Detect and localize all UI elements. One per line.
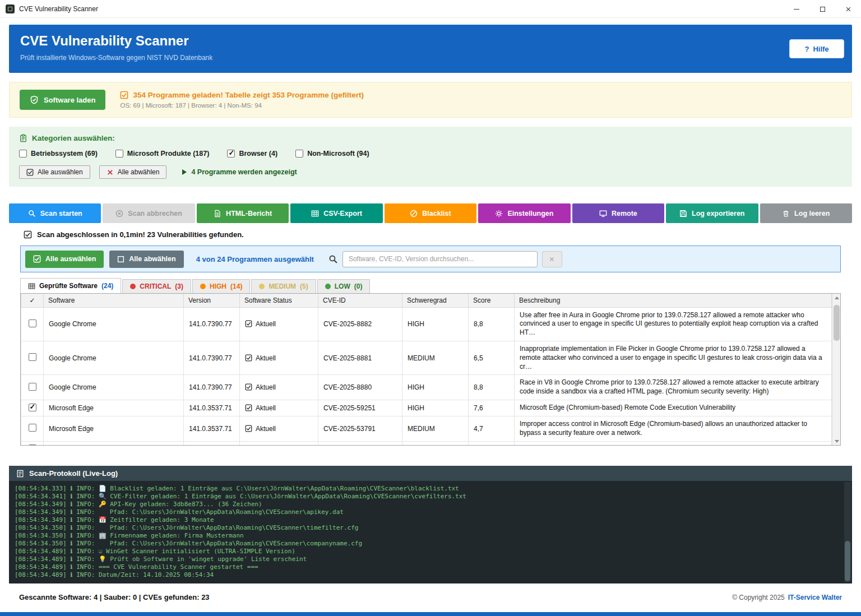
header-schweregrad[interactable]: Schweregrad	[402, 294, 469, 307]
table-row[interactable]: Google Chrome 141.0.7390.77 Aktuell CVE-…	[21, 307, 832, 341]
header-version[interactable]: Version	[184, 294, 240, 307]
tab-high[interactable]: HIGH (14)	[192, 279, 250, 293]
table-row[interactable]: Google Chrome 141.0.7390.77 Aktuell CVE-…	[21, 341, 832, 374]
description-cell: Improper access control in Microsoft Edg…	[515, 416, 832, 441]
tab-gepruefte-software[interactable]: Geprüfte Software (24)	[20, 278, 121, 293]
log-line: [08:54:34.350] ℹ INFO: Pfad: C:\Users\Jö…	[15, 540, 846, 548]
header-software[interactable]: Software	[44, 294, 184, 307]
deselect-all-label: Alle abwählen	[118, 168, 160, 176]
minimize-icon	[794, 9, 799, 10]
help-button[interactable]: ? Hilfe	[789, 39, 844, 58]
header-score[interactable]: Score	[469, 294, 515, 307]
window-bottom-edge	[0, 612, 861, 616]
log-export-button[interactable]: Log exportieren	[666, 203, 758, 223]
row-checkbox[interactable]	[29, 319, 36, 327]
scroll-up-arrow[interactable]	[832, 294, 841, 302]
category-non-microsoft[interactable]: Non-Microsoft (94)	[295, 150, 369, 158]
blacklist-button[interactable]: Blacklist	[385, 203, 476, 223]
category-panel: Kategorien auswählen: Betriebssystem (69…	[9, 127, 852, 187]
table-row[interactable]: Microsoft Edge 141.0.3537.71 Aktuell CVE…	[21, 416, 832, 441]
log-line: [08:54:34.489] ℹ INFO: ☑ WinGet Scanner …	[15, 548, 846, 555]
select-all-categories-button[interactable]: Alle auswählen	[19, 165, 90, 179]
row-checkbox[interactable]	[29, 444, 36, 446]
scan-abort-label: Scan abbrechen	[128, 210, 182, 217]
close-button[interactable]	[835, 0, 861, 18]
high-dot-icon	[200, 284, 206, 289]
search-input[interactable]	[342, 251, 538, 267]
header-cve-id[interactable]: CVE-ID	[318, 294, 402, 307]
selection-panel: Alle auswählen Alle abwählen 4 von 24 Pr…	[20, 246, 841, 272]
table-row[interactable]: Google Chrome 141.0.7390.77 Aktuell CVE-…	[21, 375, 832, 400]
settings-label: Einstellungen	[507, 210, 553, 217]
table-icon	[311, 210, 319, 217]
log-clear-button[interactable]: Log leeren	[760, 203, 852, 223]
category-browser[interactable]: Browser (4)	[227, 150, 277, 158]
category-microsoft-produkte[interactable]: Microsoft Produkte (187)	[115, 150, 210, 158]
clear-search-button[interactable]	[542, 251, 562, 267]
load-software-label: Software laden	[44, 96, 95, 104]
load-breakdown-text: OS: 69 | Microsoft: 187 | Browser: 4 | N…	[120, 102, 364, 109]
trash-icon	[782, 210, 790, 217]
category-betriebssystem-checkbox[interactable]	[19, 150, 27, 158]
load-status-text: 354 Programme geladen! Tabelle zeigt 353…	[133, 91, 364, 99]
results-section: Alle auswählen Alle abwählen 4 von 24 Pr…	[20, 246, 841, 446]
category-microsoft-checkbox[interactable]	[115, 150, 123, 158]
header-beschreibung[interactable]: Beschreibung	[515, 294, 832, 307]
score-cell: 7,6	[469, 400, 515, 416]
header-status[interactable]: Software Status	[240, 294, 318, 307]
scan-status-text: Scan abgeschlossen in 0,1min! 23 Vulnera…	[37, 230, 244, 239]
tab-critical[interactable]: CRITICAL (3)	[122, 279, 191, 293]
cve-cell: CVE-2025-8881	[318, 341, 402, 374]
select-all-rows-button[interactable]: Alle auswählen	[25, 251, 104, 268]
deselect-all-categories-button[interactable]: Alle abwählen	[99, 165, 167, 179]
settings-button[interactable]: Einstellungen	[478, 203, 570, 223]
scroll-down-arrow[interactable]	[832, 437, 841, 445]
table-row[interactable]: Microsoft Edge 141.0.3537.71 Aktuell CVE…	[21, 400, 832, 416]
log-line: [08:54:34.350] ℹ INFO: 🏢 Firmenname gela…	[15, 532, 846, 540]
remote-button[interactable]: Remote	[572, 203, 664, 223]
document-icon	[214, 210, 221, 217]
software-cell: Google Chrome	[44, 341, 184, 374]
table-scrollbar-thumb[interactable]	[834, 305, 840, 341]
table-scrollbar[interactable]	[832, 294, 840, 445]
row-checkbox[interactable]	[29, 424, 36, 432]
search-icon	[328, 254, 338, 264]
tab-medium[interactable]: MEDIUM (5)	[251, 279, 316, 293]
critical-dot-icon	[130, 284, 136, 289]
header-banner: CVE Vulnerability Scanner Prüft installi…	[9, 25, 852, 73]
category-browser-checkbox[interactable]	[227, 150, 235, 158]
log-scrollbar[interactable]	[844, 482, 851, 582]
deselect-all-rows-button[interactable]: Alle abwählen	[109, 251, 183, 268]
table-row[interactable]: Microsoft Edge 141.0.3537.71 Aktuell CVE…	[21, 441, 832, 446]
log-line: [08:54:34.341] ℹ INFO: 🔍 CVE-Filter gela…	[15, 493, 846, 501]
footer-link[interactable]: IT-Service Walter	[788, 594, 842, 601]
minimize-button[interactable]	[784, 0, 809, 18]
category-betriebssystem[interactable]: Betriebssystem (69)	[19, 150, 98, 158]
score-cell: 8,8	[469, 375, 515, 400]
monitor-icon	[599, 210, 607, 217]
log-scrollbar-thumb[interactable]	[845, 541, 850, 581]
description-cell: Microsoft Edge (Chromium-based) Remote C…	[515, 400, 832, 416]
tab-count: (0)	[354, 282, 363, 290]
cve-cell: CVE-2025-53791	[318, 416, 402, 441]
load-software-button[interactable]: Software laden	[20, 90, 105, 110]
row-checkbox[interactable]	[29, 353, 36, 361]
tab-count: (14)	[230, 282, 242, 290]
description-cell: Use after free in Aura in Google Chrome …	[515, 307, 832, 341]
scan-start-button[interactable]: Scan starten	[9, 203, 101, 223]
maximize-button[interactable]	[809, 0, 835, 18]
csv-export-button[interactable]: CSV-Export	[290, 203, 382, 223]
tab-low[interactable]: LOW (0)	[317, 279, 371, 293]
selection-count-text: 4 von 24 Programmen ausgewählt	[196, 255, 314, 263]
tab-label: LOW	[335, 282, 350, 290]
row-checkbox[interactable]	[29, 383, 36, 391]
html-report-button[interactable]: HTML-Bericht	[197, 203, 289, 223]
row-checkbox[interactable]	[29, 404, 36, 411]
description-cell: Inappropriate implementation in File Pic…	[515, 341, 832, 374]
deselect-all-rows-label: Alle abwählen	[129, 255, 175, 263]
score-cell: 8,8	[469, 307, 515, 341]
log-line: [08:54:34.489] ℹ INFO: 💡 Prüft ob Softwa…	[15, 555, 846, 563]
log-console: [08:54:34.333] ℹ INFO: 📄 Blacklist gelad…	[9, 481, 852, 583]
category-non-microsoft-checkbox[interactable]	[295, 150, 303, 158]
results-table: ✓ Software Version Software Status CVE-I…	[21, 294, 832, 446]
